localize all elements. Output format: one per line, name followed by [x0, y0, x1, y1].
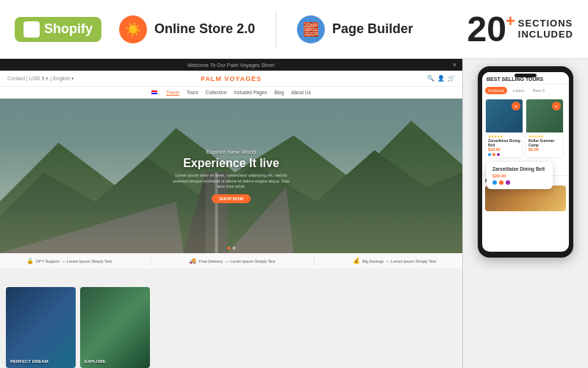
feature-online-store: ☀️ Online Store 2.0: [119, 15, 255, 43]
card-perfect-dream: PERFECT DREAM: [6, 287, 76, 368]
support-label: 24*7 Support: [36, 259, 60, 263]
sections-label: Sections Included: [518, 18, 573, 40]
tab-featured[interactable]: Featured: [485, 87, 507, 94]
hero-subtitle: Explore New World: [206, 149, 256, 155]
hero-title: Experience It live: [183, 157, 279, 170]
badge2-icon: ★: [555, 105, 558, 108]
feature1-label: Online Store 2.0: [154, 21, 255, 37]
sep1: |: [150, 257, 152, 265]
card2-price: $9.00: [528, 147, 561, 152]
sections-top-text: Sections: [518, 18, 573, 29]
tab-latest[interactable]: Latest: [510, 87, 527, 94]
tooltip-title: Zarseillaise Diving Belt: [492, 166, 547, 171]
card1-title: Zarseillaise Diving Belt: [488, 138, 520, 147]
divider: [276, 11, 276, 48]
top-banner: S Shopify ☀️ Online Store 2.0 🧱 Page Bui…: [0, 0, 588, 59]
shopify-logo: S Shopify: [15, 17, 101, 42]
dot-2: [232, 247, 235, 250]
shop-now-button[interactable]: SHOP NOW: [212, 194, 251, 203]
phone-area: BEST SELLING TOURS Featured Latest Best …: [463, 59, 588, 368]
card1-badge: ★: [512, 102, 520, 110]
shopify-label: Shopify: [44, 21, 93, 37]
dot-purple: [497, 153, 500, 156]
sections-number: 20+: [467, 12, 506, 47]
delivery-label: Free Delivery: [198, 259, 223, 263]
card2-img: ★: [526, 99, 563, 132]
nav-tours[interactable]: Tours: [187, 90, 198, 95]
main-area: Welcome To Our Palm Voyages Store! × Con…: [0, 59, 588, 368]
sep2: |: [313, 257, 315, 265]
phone-product-cards: ★ ★★★★★ Zarseillaise Diving Belt $29.00: [482, 96, 569, 160]
dot-1: [227, 247, 230, 250]
features-bar: 🔒 24*7 Support — Lorem ipsum Simply Text…: [0, 253, 462, 269]
tooltip-dot-orange: [499, 180, 503, 185]
nav-links: Travel Tours Collection Included Pages B…: [0, 87, 462, 99]
card2-title: Roller Summer Camp: [528, 138, 561, 147]
card1-img: ★: [486, 99, 523, 132]
feature-delivery: 🚚 Free Delivery — Lorem ipsum Simply Tex…: [189, 258, 275, 264]
flag-icon: [151, 91, 157, 94]
dot-blue: [488, 153, 491, 156]
shopify-s-icon: S: [24, 21, 40, 38]
nav-icons: 🔍 👤 🛒: [427, 75, 455, 82]
phone-dest-image: [485, 185, 566, 211]
card2-label: EXPLORE: [85, 359, 106, 364]
hero-section: Explore New World Experience It live Lor…: [0, 99, 462, 253]
phone-tabs: Featured Latest Best S: [482, 85, 569, 96]
nav-included[interactable]: Included Pages: [234, 90, 267, 95]
sections-block: 20+ Sections Included: [467, 12, 573, 47]
tooltip-price: $29.00: [492, 174, 547, 178]
delivery-icon: 🚚: [189, 258, 196, 264]
close-icon[interactable]: ×: [453, 61, 456, 68]
main-nav: Contact | USD $ ▾ | English ▾ PALM VOYAG…: [0, 71, 462, 87]
tooltip-card: Zarseillaise Diving Belt $29.00: [487, 162, 553, 189]
phone-notch: [514, 74, 537, 77]
card1-price: $29.00: [488, 147, 520, 152]
card1-dots: [488, 153, 520, 156]
tooltip-dot-blue: [492, 180, 497, 185]
site-logo: PALM VOYAGES: [201, 75, 262, 82]
phone-card-1: ★ ★★★★★ Zarseillaise Diving Belt $29.00: [485, 99, 523, 158]
sections-bottom-text: Included: [518, 29, 573, 40]
feature-page-builder: 🧱 Page Builder: [297, 15, 413, 43]
online-store-icon: ☀️: [119, 15, 147, 43]
cart-icon[interactable]: 🛒: [448, 75, 455, 82]
hero-desc: Lorem ipsum dolor sit amet, consectetur …: [173, 173, 290, 190]
nav-blog[interactable]: Blog: [274, 90, 284, 95]
tab-best[interactable]: Best S: [530, 87, 548, 94]
phone-card-2: ★ ★★★★★ Roller Summer Camp $9.00: [526, 99, 564, 158]
nav-travel[interactable]: Travel: [166, 90, 179, 96]
feature2-label: Page Builder: [332, 21, 413, 37]
card1-body: ★★★★★ Zarseillaise Diving Belt $29.00: [486, 132, 523, 158]
card2-image: [80, 287, 150, 368]
support-icon: 🔒: [26, 258, 34, 264]
tooltip-dot-purple: [506, 180, 510, 185]
card2-body: ★★★★★ Roller Summer Camp $9.00: [526, 132, 563, 153]
card-explore: EXPLORE: [80, 287, 150, 368]
bottom-cards: PERFECT DREAM EXPLORE: [0, 269, 462, 368]
search-icon[interactable]: 🔍: [427, 75, 434, 82]
account-icon[interactable]: 👤: [437, 75, 445, 82]
card1-image: [6, 287, 76, 368]
savings-desc: — Lorem ipsum Simply Text: [386, 259, 436, 263]
nav-about[interactable]: About Us: [291, 90, 311, 95]
nav-collection[interactable]: Collection: [206, 90, 227, 95]
savings-icon: 💰: [353, 258, 360, 264]
dot-orange: [492, 153, 495, 156]
delivery-desc: — Lorem ipsum Simply Text: [225, 259, 275, 263]
tooltip-dots: [492, 180, 547, 185]
page-builder-icon: 🧱: [297, 15, 325, 43]
feature-support: 🔒 24*7 Support — Lorem ipsum Simply Text: [26, 258, 112, 264]
card1-label: PERFECT DREAM: [10, 359, 49, 364]
announcement-text: Welcome To Our Palm Voyages Store!: [187, 63, 275, 68]
website-preview: Welcome To Our Palm Voyages Store! × Con…: [0, 59, 463, 368]
savings-label: Big Savings: [362, 259, 384, 263]
announcement-bar: Welcome To Our Palm Voyages Store! ×: [0, 59, 462, 71]
support-desc: — Lorem ipsum Simply Text: [62, 259, 112, 263]
feature-savings: 💰 Big Savings — Lorem ipsum Simply Text: [353, 258, 436, 264]
hero-dots: [227, 247, 235, 250]
card2-badge: ★: [552, 102, 561, 110]
badge-icon: ★: [514, 105, 517, 108]
nav-contact: Contact | USD $ ▾ | English ▾: [7, 76, 74, 82]
